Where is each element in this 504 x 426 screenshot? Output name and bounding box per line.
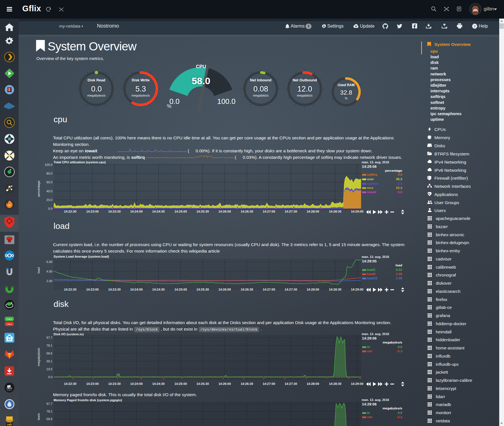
svg-text:Online: Online [6,318,12,320]
svg-text:sab: sab [7,423,12,426]
svg-text:librarian: librarian [7,390,12,391]
svg-text:LAZY: LAZY [6,387,12,390]
svg-text:Offline: Offline [6,323,12,325]
svg-text:?: ? [474,24,476,28]
